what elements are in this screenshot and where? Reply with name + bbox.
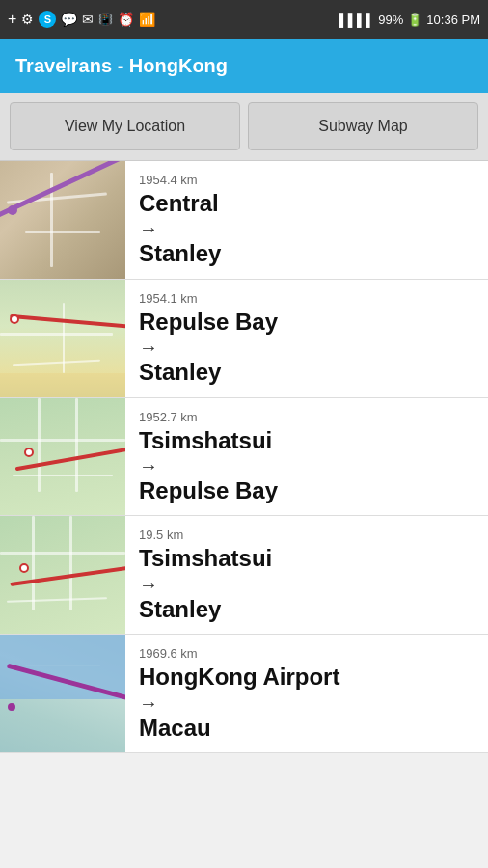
route-to-4: Stanley xyxy=(139,597,474,622)
alarm-icon: ⏰ xyxy=(118,12,134,27)
route-arrow-5: → xyxy=(139,691,474,716)
route-info-3: 1952.7 km Tsimshatsui → Repulse Bay xyxy=(125,398,488,516)
map-thumbnail-5 xyxy=(0,635,125,752)
route-list: 1954.4 km Central → Stanley 1954.1 km Re… xyxy=(0,161,488,753)
route-map-4 xyxy=(0,516,125,634)
map-thumbnail-4 xyxy=(0,516,125,634)
route-map-5 xyxy=(0,635,125,752)
route-info-5: 1969.6 km HongKong Airport → Macau xyxy=(125,635,488,752)
route-item[interactable]: 1952.7 km Tsimshatsui → Repulse Bay xyxy=(0,398,488,517)
signal-bars: ▌▌▌▌ xyxy=(339,13,374,27)
subway-map-button[interactable]: Subway Map xyxy=(248,102,478,150)
app-bar: Travelrans - HongKong xyxy=(0,39,488,93)
route-dot-5 xyxy=(8,703,15,711)
route-info-2: 1954.1 km Repulse Bay → Stanley xyxy=(125,280,488,397)
status-left-icons: + ⚙ S 💬 ✉ 📳 ⏰ 📶 xyxy=(8,11,155,28)
route-to-2: Stanley xyxy=(139,360,474,385)
status-bar: + ⚙ S 💬 ✉ 📳 ⏰ 📶 ▌▌▌▌ 99% 🔋 10:36 PM xyxy=(0,0,488,39)
route-info-1: 1954.4 km Central → Stanley xyxy=(125,161,488,279)
wifi-icon: 📶 xyxy=(139,12,155,27)
vibrate-icon: 📳 xyxy=(98,13,113,26)
usb-icon: ⚙ xyxy=(21,12,34,27)
route-from-1: Central xyxy=(139,191,474,216)
route-from-2: Repulse Bay xyxy=(139,310,474,335)
route-distance-4: 19.5 km xyxy=(139,528,474,542)
route-from-3: Tsimshatsui xyxy=(139,428,474,453)
skype-icon: S xyxy=(39,11,56,28)
email-icon: ✉ xyxy=(82,12,94,27)
route-item[interactable]: 19.5 km Tsimshatsui → Stanley xyxy=(0,516,488,635)
clock: 10:36 PM xyxy=(426,13,480,27)
map-thumbnail-1 xyxy=(0,161,125,279)
route-to-1: Stanley xyxy=(139,241,474,266)
route-info-4: 19.5 km Tsimshatsui → Stanley xyxy=(125,516,488,634)
battery-percent: 99% xyxy=(378,13,403,27)
battery-icon: 🔋 xyxy=(407,13,422,27)
route-item[interactable]: 1969.6 km HongKong Airport → Macau xyxy=(0,635,488,753)
route-dot-4 xyxy=(19,563,29,573)
map-thumbnail-3 xyxy=(0,398,125,516)
view-location-button[interactable]: View My Location xyxy=(10,102,240,150)
route-from-5: HongKong Airport xyxy=(139,665,474,690)
route-arrow-4: → xyxy=(139,572,474,597)
route-map-3 xyxy=(0,398,125,516)
route-distance-2: 1954.1 km xyxy=(139,291,474,306)
route-from-4: Tsimshatsui xyxy=(139,546,474,571)
button-bar: View My Location Subway Map xyxy=(0,93,488,161)
route-arrow-2: → xyxy=(139,335,474,360)
map-thumbnail-2 xyxy=(0,280,125,397)
route-line-2 xyxy=(10,314,125,330)
route-item[interactable]: 1954.4 km Central → Stanley xyxy=(0,161,488,280)
route-arrow-3: → xyxy=(139,453,474,478)
status-right-info: ▌▌▌▌ 99% 🔋 10:36 PM xyxy=(339,13,480,27)
app-title: Travelrans - HongKong xyxy=(15,55,228,77)
route-to-5: Macau xyxy=(139,716,474,741)
route-distance-5: 1969.6 km xyxy=(139,646,474,661)
message-icon: 💬 xyxy=(61,12,77,27)
route-to-3: Repulse Bay xyxy=(139,478,474,503)
route-arrow-1: → xyxy=(139,216,474,241)
route-item[interactable]: 1954.1 km Repulse Bay → Stanley xyxy=(0,280,488,398)
route-map-2 xyxy=(0,280,125,397)
route-dot-3 xyxy=(24,448,34,457)
route-distance-3: 1952.7 km xyxy=(139,410,474,424)
route-map-1 xyxy=(0,161,125,279)
route-line-1 xyxy=(0,161,125,219)
add-icon: + xyxy=(8,11,16,28)
route-distance-1: 1954.4 km xyxy=(139,173,474,187)
